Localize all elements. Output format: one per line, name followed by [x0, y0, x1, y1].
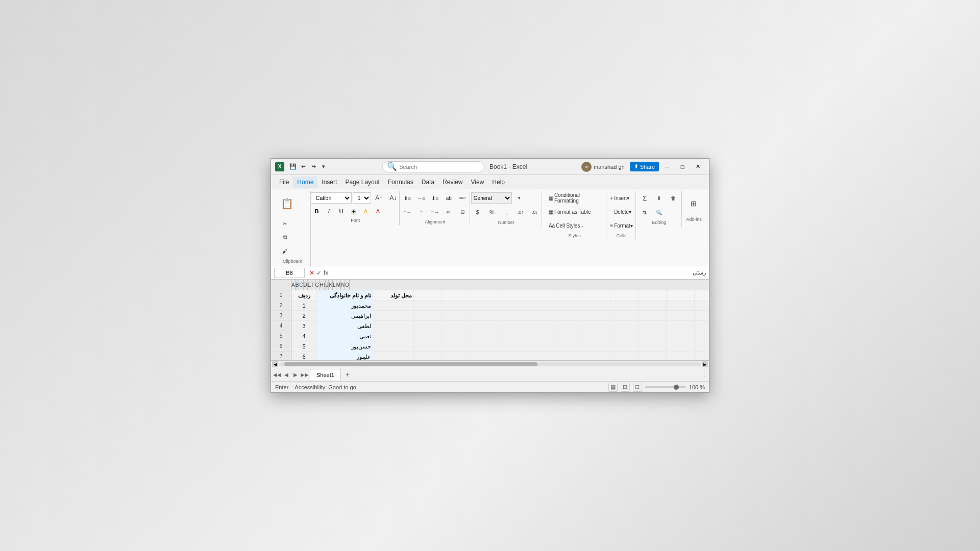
font-size-increase[interactable]: A↑: [372, 191, 385, 205]
cell-f3[interactable]: [470, 311, 498, 321]
merge-center-button[interactable]: ⊡: [456, 205, 469, 218]
number-format-dropdown[interactable]: ▾: [513, 191, 526, 205]
cell-b3[interactable]: ابراهیمی: [317, 311, 373, 321]
prev-sheet-button[interactable]: ◀: [282, 370, 290, 379]
cell-i7[interactable]: [554, 352, 582, 360]
scroll-right-button[interactable]: ▶: [702, 361, 708, 367]
cell-c6[interactable]: [373, 341, 414, 352]
cell-k5[interactable]: [610, 331, 639, 341]
cell-c3[interactable]: [373, 311, 414, 321]
insert-function-icon[interactable]: fx: [324, 269, 328, 277]
align-left-button[interactable]: ≡←: [401, 205, 414, 218]
cell-e2[interactable]: [442, 300, 470, 311]
cell-m3[interactable]: [667, 311, 695, 321]
cell-i3[interactable]: [554, 311, 582, 321]
find-select-button[interactable]: 🔍: [652, 206, 666, 219]
cell-l5[interactable]: [639, 331, 667, 341]
undo-button[interactable]: ↩: [299, 162, 308, 171]
close-button[interactable]: ✕: [691, 160, 705, 174]
conditional-formatting-button[interactable]: ▦ Conditional Formatting: [546, 191, 603, 205]
cell-n4[interactable]: [695, 321, 709, 331]
horizontal-scrollbar[interactable]: [279, 362, 701, 366]
cell-reference-box[interactable]: [274, 268, 305, 278]
cell-f5[interactable]: [470, 331, 498, 341]
cell-j5[interactable]: [582, 331, 610, 341]
font-color-button[interactable]: A: [372, 206, 383, 217]
zoom-slider[interactable]: [645, 386, 686, 388]
cell-g5[interactable]: [498, 331, 526, 341]
minimize-button[interactable]: ─: [660, 160, 674, 174]
cell-f2[interactable]: [470, 300, 498, 311]
cell-e7[interactable]: [442, 352, 470, 360]
options-button[interactable]: ⋮: [701, 371, 707, 378]
cell-k3[interactable]: [610, 311, 639, 321]
delete-cells-button[interactable]: − Delete▾: [609, 205, 633, 218]
cell-m6[interactable]: [667, 341, 695, 352]
page-break-view-button[interactable]: ⊟: [633, 383, 642, 392]
cell-b7[interactable]: علیپور: [317, 352, 373, 360]
sheet-tab-1[interactable]: Sheet1: [310, 369, 341, 380]
format-cells-button[interactable]: ≡ Format▾: [609, 219, 633, 232]
cell-e6[interactable]: [442, 341, 470, 352]
last-sheet-button[interactable]: ▶▶: [301, 370, 309, 379]
confirm-formula-icon[interactable]: ✓: [316, 269, 322, 277]
cell-e5[interactable]: [442, 331, 470, 341]
cell-d3[interactable]: [414, 311, 442, 321]
cell-n6[interactable]: [695, 341, 709, 352]
cell-a4[interactable]: 3: [291, 321, 317, 331]
font-size-selector[interactable]: 11: [353, 192, 371, 204]
cell-n5[interactable]: [695, 331, 709, 341]
cell-j3[interactable]: [582, 311, 610, 321]
cell-m1[interactable]: [667, 290, 695, 300]
normal-view-button[interactable]: ▦: [608, 383, 618, 392]
orientation-button[interactable]: ab: [442, 191, 455, 205]
search-input[interactable]: [399, 164, 480, 170]
cell-i4[interactable]: [554, 321, 582, 331]
cell-styles-button[interactable]: Aa Cell Styles -: [546, 219, 603, 232]
cell-a6[interactable]: 5: [291, 341, 317, 352]
border-button[interactable]: ⊞: [348, 206, 359, 217]
currency-button[interactable]: $: [471, 206, 484, 219]
page-layout-view-button[interactable]: ⊞: [621, 383, 630, 392]
menu-page-layout[interactable]: Page Layout: [341, 177, 383, 188]
cell-n1[interactable]: [695, 290, 709, 300]
cell-f6[interactable]: [470, 341, 498, 352]
decimal-increase[interactable]: .0↑: [514, 206, 527, 219]
decimal-decrease[interactable]: .0↓: [528, 206, 542, 219]
cell-g1[interactable]: [498, 290, 526, 300]
cell-g4[interactable]: [498, 321, 526, 331]
menu-insert[interactable]: Insert: [317, 177, 341, 188]
cancel-formula-icon[interactable]: ✕: [309, 269, 314, 277]
cell-m2[interactable]: [667, 300, 695, 311]
insert-cells-button[interactable]: + Insert▾: [609, 191, 633, 205]
cell-h2[interactable]: [526, 300, 554, 311]
cell-b2[interactable]: محمدپور: [317, 300, 373, 311]
cell-f7[interactable]: [470, 352, 498, 360]
cell-h6[interactable]: [526, 341, 554, 352]
cell-i6[interactable]: [554, 341, 582, 352]
cell-h7[interactable]: [526, 352, 554, 360]
cell-b1[interactable]: نام و نام خانوادگی: [317, 290, 373, 300]
cell-h4[interactable]: [526, 321, 554, 331]
cell-h5[interactable]: [526, 331, 554, 341]
scroll-left-button[interactable]: ◀: [272, 361, 278, 367]
cell-d2[interactable]: [414, 300, 442, 311]
cell-i5[interactable]: [554, 331, 582, 341]
cell-j4[interactable]: [582, 321, 610, 331]
fill-button[interactable]: ⬇: [652, 191, 666, 205]
cell-h3[interactable]: [526, 311, 554, 321]
formula-input[interactable]: [330, 268, 691, 278]
add-sheet-button[interactable]: +: [342, 369, 353, 380]
cell-a5[interactable]: 4: [291, 331, 317, 341]
align-right-button[interactable]: ≡→: [428, 205, 442, 218]
cell-g7[interactable]: [498, 352, 526, 360]
wrap-text-button[interactable]: ≡↩: [456, 191, 469, 205]
menu-formulas[interactable]: Formulas: [384, 177, 418, 188]
cell-k1[interactable]: [610, 290, 639, 300]
cell-l2[interactable]: [639, 300, 667, 311]
share-button[interactable]: ⬆ Share: [630, 162, 659, 171]
cell-i2[interactable]: [554, 300, 582, 311]
menu-data[interactable]: Data: [418, 177, 438, 188]
cell-h1[interactable]: [526, 290, 554, 300]
menu-view[interactable]: View: [467, 177, 488, 188]
